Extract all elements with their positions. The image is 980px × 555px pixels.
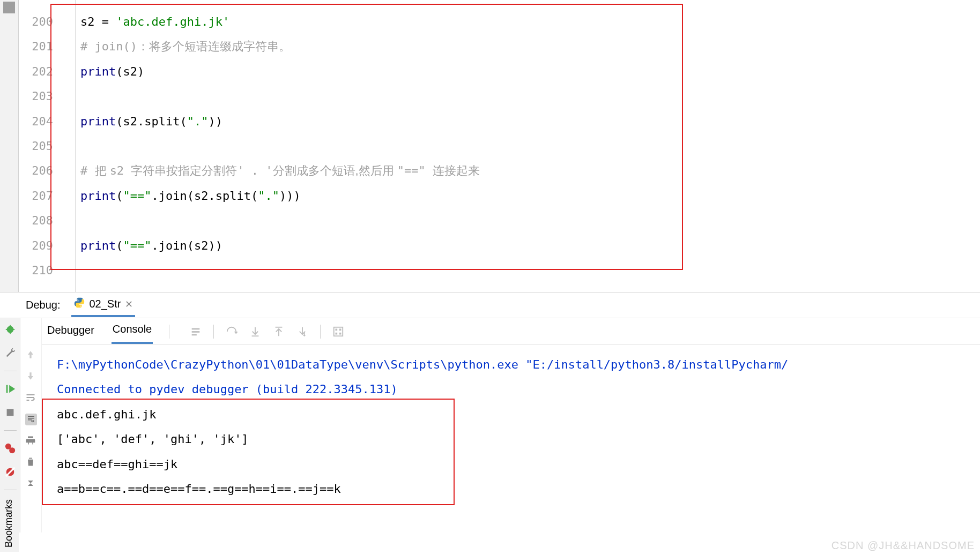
svg-point-8: [9, 447, 15, 453]
console-line: ['abc', 'def', 'ghi', 'jk']: [57, 427, 980, 452]
code-line[interactable]: s2 = 'abc.def.ghi.jk': [80, 10, 980, 34]
svg-rect-5: [6, 385, 8, 393]
debug-run-tab-label: 02_Str: [90, 298, 121, 310]
resume-icon[interactable]: [4, 383, 16, 395]
step-up-icon[interactable]: [273, 326, 285, 338]
separator: [4, 430, 17, 431]
console-toolbar: [190, 325, 344, 339]
evaluate-icon[interactable]: [332, 326, 344, 338]
svg-rect-12: [192, 331, 200, 333]
debug-run-tab[interactable]: 02_Str ✕: [71, 294, 136, 317]
debug-sub-tabs: Debugger Console: [42, 318, 980, 345]
code-line[interactable]: [80, 134, 980, 159]
step-over-icon[interactable]: [190, 326, 202, 338]
indent-guide: [75, 0, 76, 292]
line-number: 207: [19, 184, 53, 208]
svg-rect-3: [5, 329, 8, 330]
console-line: Connected to pydev debugger (build 222.3…: [57, 377, 980, 402]
view-breakpoints-icon[interactable]: [4, 442, 16, 454]
code-line[interactable]: # join()：将多个短语连缀成字符串。: [80, 34, 980, 59]
code-line[interactable]: print(s2.split(".")): [80, 109, 980, 134]
bug-icon[interactable]: [4, 324, 16, 335]
line-number: 203: [19, 84, 53, 109]
svg-rect-17: [336, 328, 338, 331]
tab-console[interactable]: Console: [112, 319, 153, 344]
console-line: a==b==c==.==d==e==f==.==g==h==i==.==j==k: [57, 477, 980, 501]
line-number: 206: [19, 159, 53, 183]
clear-icon[interactable]: [25, 456, 37, 468]
console-line: F:\myPythonCode\CrazyPython\01\01DataTyp…: [57, 352, 980, 377]
step-into-icon[interactable]: [226, 326, 237, 338]
step-out-icon[interactable]: [296, 326, 308, 338]
svg-point-0: [6, 326, 13, 333]
console-line: abc==def==ghi==jk: [57, 452, 980, 477]
debug-panel-label: Debug:: [26, 299, 61, 311]
line-number: 202: [19, 59, 53, 84]
code-line[interactable]: [80, 258, 980, 283]
soft-wrap-icon[interactable]: [25, 392, 37, 404]
svg-rect-15: [276, 326, 283, 327]
step-down-icon[interactable]: [249, 326, 261, 338]
print-icon[interactable]: [25, 435, 37, 447]
line-number: 204: [19, 109, 53, 134]
code-line[interactable]: [80, 84, 980, 109]
watermark-text: CSDN @JH&&HANDSOME: [831, 539, 975, 552]
svg-rect-4: [12, 329, 14, 330]
bookmarks-tool-window-tab[interactable]: Bookmarks: [0, 495, 19, 552]
svg-rect-2: [10, 332, 11, 334]
separator: [4, 490, 17, 490]
separator: [169, 325, 169, 339]
line-number: 208: [19, 208, 53, 233]
code-line[interactable]: [80, 208, 980, 233]
line-number-gutter: 200201202203204205206207208209210: [19, 0, 62, 292]
mute-breakpoints-icon[interactable]: [4, 466, 16, 478]
line-number: 210: [19, 258, 53, 283]
scroll-up-icon[interactable]: [25, 349, 37, 361]
debug-header: Debug: 02_Str ✕: [0, 292, 980, 318]
console-line: abc.def.ghi.jk: [57, 402, 980, 427]
code-line[interactable]: print(s2): [80, 59, 980, 84]
debug-panel: Debug: 02_Str ✕: [0, 292, 980, 532]
svg-rect-13: [192, 334, 197, 335]
svg-rect-20: [339, 332, 341, 334]
wrench-icon[interactable]: [4, 347, 16, 359]
code-line[interactable]: print("==".join(s2.split("."))): [80, 184, 980, 208]
scroll-down-icon[interactable]: [25, 371, 37, 382]
code-line[interactable]: # 把 s2 字符串按指定分割符' . '分割成多个短语,然后用 "==" 连接…: [80, 159, 980, 183]
editor-left-sidebar: [0, 0, 19, 292]
editor-area: 200201202203204205206207208209210 s2 = '…: [0, 0, 980, 292]
stop-icon[interactable]: [4, 407, 16, 418]
code-editor[interactable]: s2 = 'abc.def.ghi.jk'# join()：将多个短语连缀成字符…: [62, 0, 980, 292]
svg-rect-18: [339, 328, 341, 331]
console-action-column: [20, 318, 42, 532]
close-tab-icon[interactable]: ✕: [125, 298, 133, 310]
svg-rect-16: [334, 327, 343, 336]
sidebar-marker-icon: [3, 2, 15, 13]
expand-icon[interactable]: [25, 478, 37, 490]
separator: [4, 371, 17, 371]
svg-rect-6: [6, 409, 13, 416]
debug-body: Debugger Console F:\myPythonCode\CrazyPy…: [0, 318, 980, 532]
line-number: 200: [19, 10, 53, 34]
line-number: 205: [19, 134, 53, 159]
separator: [213, 325, 214, 339]
svg-rect-19: [336, 332, 338, 334]
line-number: 201: [19, 34, 53, 59]
console-wrap: Debugger Console F:\myPythonCode\CrazyPy…: [42, 318, 980, 532]
scroll-to-end-icon[interactable]: [25, 414, 37, 425]
tab-debugger[interactable]: Debugger: [46, 320, 95, 343]
code-line[interactable]: print("==".join(s2)): [80, 234, 980, 258]
console-output[interactable]: F:\myPythonCode\CrazyPython\01\01DataTyp…: [42, 345, 980, 532]
line-number: 209: [19, 234, 53, 258]
svg-rect-1: [10, 325, 11, 327]
separator: [320, 325, 321, 339]
svg-rect-11: [192, 328, 200, 329]
svg-rect-14: [252, 335, 259, 336]
python-icon: [73, 297, 85, 312]
